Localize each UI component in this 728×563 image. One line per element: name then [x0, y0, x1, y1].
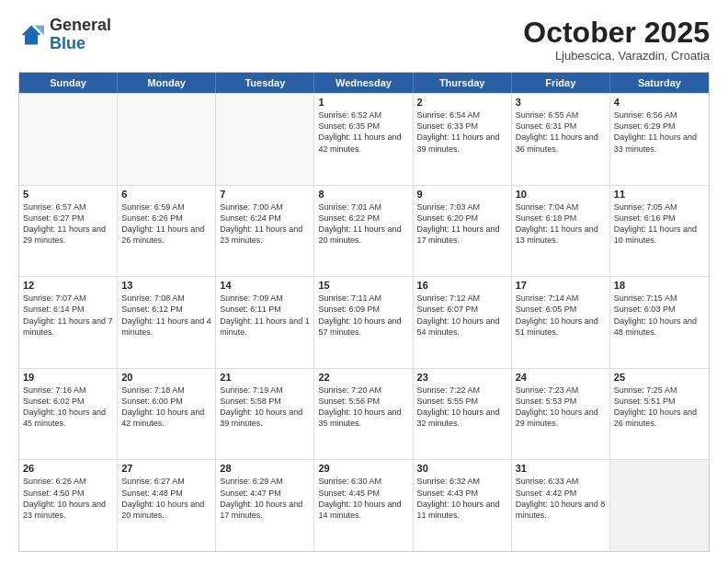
day-number: 22 — [318, 372, 408, 383]
day-number: 25 — [614, 372, 705, 383]
day-info: Sunrise: 7:11 AM Sunset: 6:09 PM Dayligh… — [318, 293, 408, 338]
day-number: 14 — [220, 280, 310, 291]
day-cell: 12Sunrise: 7:07 AM Sunset: 6:14 PM Dayli… — [19, 277, 118, 368]
header-cell-monday: Monday — [118, 73, 216, 93]
title-block: October 2025 Ljubescica, Varazdin, Croat… — [523, 17, 710, 63]
calendar: SundayMondayTuesdayWednesdayThursdayFrid… — [18, 72, 710, 552]
day-cell — [19, 94, 118, 185]
day-cell: 23Sunrise: 7:22 AM Sunset: 5:55 PM Dayli… — [414, 369, 512, 460]
day-info: Sunrise: 6:59 AM Sunset: 6:26 PM Dayligh… — [121, 201, 211, 247]
day-cell: 20Sunrise: 7:18 AM Sunset: 6:00 PM Dayli… — [118, 369, 216, 460]
day-cell: 14Sunrise: 7:09 AM Sunset: 6:11 PM Dayli… — [216, 277, 314, 368]
day-number: 24 — [516, 372, 606, 383]
day-info: Sunrise: 7:19 AM Sunset: 5:58 PM Dayligh… — [220, 385, 310, 430]
header-cell-wednesday: Wednesday — [314, 73, 413, 93]
day-number: 30 — [417, 463, 507, 474]
day-cell — [118, 94, 216, 185]
day-cell: 19Sunrise: 7:16 AM Sunset: 6:02 PM Dayli… — [19, 369, 118, 460]
day-info: Sunrise: 6:33 AM Sunset: 4:42 PM Dayligh… — [516, 476, 606, 521]
day-cell: 27Sunrise: 6:27 AM Sunset: 4:48 PM Dayli… — [118, 460, 216, 551]
day-info: Sunrise: 7:20 AM Sunset: 5:56 PM Dayligh… — [318, 385, 408, 430]
logo-blue: Blue — [50, 34, 85, 52]
header-cell-thursday: Thursday — [414, 73, 512, 93]
day-number: 18 — [614, 280, 705, 291]
day-number: 11 — [614, 189, 705, 200]
day-number: 23 — [417, 372, 507, 383]
day-cell — [216, 94, 314, 185]
day-number: 3 — [516, 97, 606, 108]
day-number: 5 — [23, 189, 113, 200]
day-cell: 2Sunrise: 6:54 AM Sunset: 6:33 PM Daylig… — [414, 94, 512, 185]
day-info: Sunrise: 6:57 AM Sunset: 6:27 PM Dayligh… — [23, 201, 113, 247]
day-info: Sunrise: 7:09 AM Sunset: 6:11 PM Dayligh… — [220, 293, 310, 338]
day-number: 7 — [220, 189, 310, 200]
day-cell: 1Sunrise: 6:52 AM Sunset: 6:35 PM Daylig… — [314, 94, 413, 185]
day-cell: 13Sunrise: 7:08 AM Sunset: 6:12 PM Dayli… — [118, 277, 216, 368]
day-number: 19 — [23, 372, 113, 383]
day-info: Sunrise: 7:04 AM Sunset: 6:18 PM Dayligh… — [516, 201, 606, 247]
day-info: Sunrise: 7:15 AM Sunset: 6:03 PM Dayligh… — [614, 293, 705, 338]
day-info: Sunrise: 7:01 AM Sunset: 6:22 PM Dayligh… — [318, 201, 408, 247]
day-number: 4 — [614, 97, 705, 108]
week-row-4: 19Sunrise: 7:16 AM Sunset: 6:02 PM Dayli… — [19, 368, 709, 460]
day-cell: 17Sunrise: 7:14 AM Sunset: 6:05 PM Dayli… — [512, 277, 610, 368]
day-info: Sunrise: 7:22 AM Sunset: 5:55 PM Dayligh… — [417, 385, 507, 430]
day-number: 26 — [23, 463, 113, 474]
day-number: 29 — [318, 463, 408, 474]
day-cell: 6Sunrise: 6:59 AM Sunset: 6:26 PM Daylig… — [118, 186, 216, 277]
day-info: Sunrise: 7:08 AM Sunset: 6:12 PM Dayligh… — [121, 293, 211, 338]
day-info: Sunrise: 7:00 AM Sunset: 6:24 PM Dayligh… — [220, 201, 310, 247]
day-number: 6 — [121, 189, 211, 200]
day-cell: 8Sunrise: 7:01 AM Sunset: 6:22 PM Daylig… — [314, 186, 413, 277]
logo: General Blue — [18, 17, 111, 53]
day-cell: 11Sunrise: 7:05 AM Sunset: 6:16 PM Dayli… — [610, 186, 709, 277]
page: General Blue October 2025 Ljubescica, Va… — [0, 0, 728, 563]
day-number: 12 — [23, 280, 113, 291]
day-number: 21 — [220, 372, 310, 383]
day-info: Sunrise: 6:29 AM Sunset: 4:47 PM Dayligh… — [220, 476, 310, 521]
day-cell: 25Sunrise: 7:25 AM Sunset: 5:51 PM Dayli… — [610, 369, 709, 460]
day-info: Sunrise: 7:18 AM Sunset: 6:00 PM Dayligh… — [121, 385, 211, 430]
day-number: 2 — [417, 97, 507, 108]
day-info: Sunrise: 7:25 AM Sunset: 5:51 PM Dayligh… — [614, 385, 705, 430]
top-section: General Blue October 2025 Ljubescica, Va… — [18, 17, 710, 63]
month-title: October 2025 — [523, 17, 710, 49]
day-number: 8 — [318, 189, 408, 200]
day-info: Sunrise: 6:27 AM Sunset: 4:48 PM Dayligh… — [121, 476, 211, 521]
day-cell: 24Sunrise: 7:23 AM Sunset: 5:53 PM Dayli… — [512, 369, 610, 460]
day-info: Sunrise: 7:12 AM Sunset: 6:07 PM Dayligh… — [417, 293, 507, 338]
day-cell: 30Sunrise: 6:32 AM Sunset: 4:43 PM Dayli… — [414, 460, 512, 551]
day-number: 13 — [121, 280, 211, 291]
day-cell: 7Sunrise: 7:00 AM Sunset: 6:24 PM Daylig… — [216, 186, 314, 277]
day-cell — [610, 460, 709, 551]
day-info: Sunrise: 6:52 AM Sunset: 6:35 PM Dayligh… — [318, 109, 408, 155]
day-cell: 31Sunrise: 6:33 AM Sunset: 4:42 PM Dayli… — [512, 460, 610, 551]
day-cell: 28Sunrise: 6:29 AM Sunset: 4:47 PM Dayli… — [216, 460, 314, 551]
header-cell-sunday: Sunday — [19, 73, 118, 93]
day-cell: 29Sunrise: 6:30 AM Sunset: 4:45 PM Dayli… — [314, 460, 413, 551]
day-info: Sunrise: 7:03 AM Sunset: 6:20 PM Dayligh… — [417, 201, 507, 247]
day-info: Sunrise: 7:16 AM Sunset: 6:02 PM Dayligh… — [23, 385, 113, 430]
day-number: 1 — [318, 97, 408, 108]
week-row-5: 26Sunrise: 6:26 AM Sunset: 4:50 PM Dayli… — [19, 459, 709, 551]
week-row-3: 12Sunrise: 7:07 AM Sunset: 6:14 PM Dayli… — [19, 276, 709, 368]
day-info: Sunrise: 7:05 AM Sunset: 6:16 PM Dayligh… — [614, 201, 705, 247]
header-cell-friday: Friday — [512, 73, 610, 93]
calendar-header: SundayMondayTuesdayWednesdayThursdayFrid… — [19, 73, 709, 93]
day-number: 17 — [516, 280, 606, 291]
day-info: Sunrise: 7:07 AM Sunset: 6:14 PM Dayligh… — [23, 293, 113, 338]
day-cell: 16Sunrise: 7:12 AM Sunset: 6:07 PM Dayli… — [414, 277, 512, 368]
day-cell: 3Sunrise: 6:55 AM Sunset: 6:31 PM Daylig… — [512, 94, 610, 185]
day-number: 9 — [417, 189, 507, 200]
header-cell-tuesday: Tuesday — [216, 73, 314, 93]
day-info: Sunrise: 6:55 AM Sunset: 6:31 PM Dayligh… — [516, 109, 606, 155]
day-info: Sunrise: 6:30 AM Sunset: 4:45 PM Dayligh… — [318, 476, 408, 521]
logo-text: General Blue — [50, 17, 111, 53]
day-cell: 5Sunrise: 6:57 AM Sunset: 6:27 PM Daylig… — [19, 186, 118, 277]
day-number: 31 — [516, 463, 606, 474]
day-cell: 18Sunrise: 7:15 AM Sunset: 6:03 PM Dayli… — [610, 277, 709, 368]
day-info: Sunrise: 6:54 AM Sunset: 6:33 PM Dayligh… — [417, 109, 507, 155]
day-cell: 10Sunrise: 7:04 AM Sunset: 6:18 PM Dayli… — [512, 186, 610, 277]
location-subtitle: Ljubescica, Varazdin, Croatia — [523, 49, 710, 63]
day-number: 10 — [516, 189, 606, 200]
